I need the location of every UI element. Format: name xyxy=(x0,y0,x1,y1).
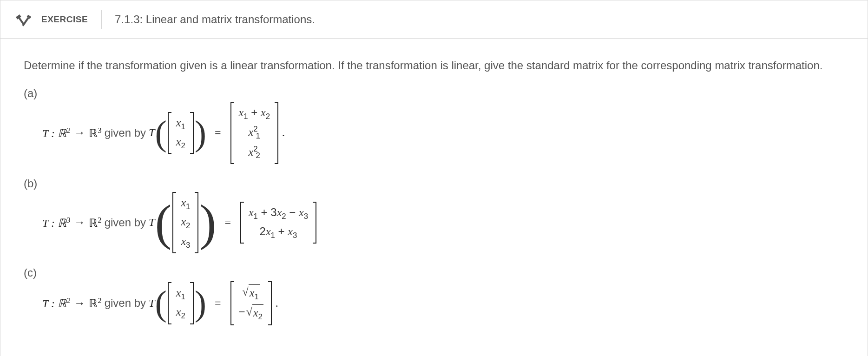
codomain: ℝ3 xyxy=(89,126,101,140)
equals: = xyxy=(215,297,221,310)
problem-c-label: (c) xyxy=(24,266,844,279)
input-matrix: x1 x2 x3 xyxy=(172,192,198,253)
map-T: T : ℝ2 xyxy=(42,126,70,140)
T-symbol: T xyxy=(149,297,155,310)
output-matrix: √x1 −√x2 xyxy=(230,281,272,325)
right-paren-icon: ) xyxy=(195,285,206,321)
period: . xyxy=(282,126,285,139)
codomain: ℝ2 xyxy=(89,296,101,310)
T-symbol: T xyxy=(149,126,155,139)
equals: = xyxy=(224,216,231,229)
exercise-header: EXERCISE 7.1.3: Linear and matrix transf… xyxy=(0,0,868,39)
exercise-title: 7.1.3: Linear and matrix transformations… xyxy=(115,13,315,26)
problem-a: (a) T : ℝ2 → ℝ3 given by T ( x1 x2 xyxy=(24,87,844,164)
problem-a-body: T : ℝ2 → ℝ3 given by T ( x1 x2 ) xyxy=(24,102,844,164)
period: . xyxy=(276,297,278,310)
input-matrix: x1 x2 xyxy=(168,282,194,324)
input-matrix: x1 x2 xyxy=(168,112,194,154)
left-paren-icon: ( xyxy=(155,198,171,248)
problem-b-body: T : ℝ3 → ℝ2 given by T ( x1 x2 x3 xyxy=(24,192,844,253)
input-paren: ( x1 x2 x3 ) xyxy=(155,192,216,253)
equals: = xyxy=(215,126,221,139)
exercise-label: EXERCISE xyxy=(41,10,102,29)
given-by-text: given by xyxy=(105,126,146,139)
exercise-container: EXERCISE 7.1.3: Linear and matrix transf… xyxy=(0,0,868,356)
problem-c-body: T : ℝ2 → ℝ2 given by T ( x1 x2 ) xyxy=(24,281,844,325)
left-paren-icon: ( xyxy=(155,285,166,321)
map-T: T : ℝ2 xyxy=(42,296,70,310)
codomain: ℝ2 xyxy=(89,216,101,230)
svg-rect-2 xyxy=(22,17,29,26)
right-paren-icon: ) xyxy=(199,198,216,248)
exercise-content: Determine if the transformation given is… xyxy=(0,39,868,356)
problem-b: (b) T : ℝ3 → ℝ2 given by T ( x1 x2 x3 xyxy=(24,177,844,253)
arrow: → xyxy=(74,216,85,229)
problem-b-label: (b) xyxy=(24,177,844,190)
map-T: T : ℝ3 xyxy=(42,216,70,230)
right-paren-icon: ) xyxy=(195,115,206,151)
left-paren-icon: ( xyxy=(155,115,166,151)
T-symbol: T xyxy=(149,216,155,229)
output-matrix: x1 + 3x2 − x3 2x1 + x3 xyxy=(240,202,316,244)
given-by-text: given by xyxy=(105,216,146,229)
problem-c: (c) T : ℝ2 → ℝ2 given by T ( x1 x2 xyxy=(24,266,844,325)
arrow: → xyxy=(74,126,85,139)
given-by-text: given by xyxy=(105,297,146,310)
input-paren: ( x1 x2 ) xyxy=(155,282,206,324)
tools-icon xyxy=(14,10,33,29)
exercise-prompt: Determine if the transformation given is… xyxy=(24,57,844,74)
output-matrix: x1 + x2 x21 x22 xyxy=(230,102,278,164)
arrow: → xyxy=(74,297,85,310)
problem-a-label: (a) xyxy=(24,87,844,100)
input-paren: ( x1 x2 ) xyxy=(155,112,206,154)
